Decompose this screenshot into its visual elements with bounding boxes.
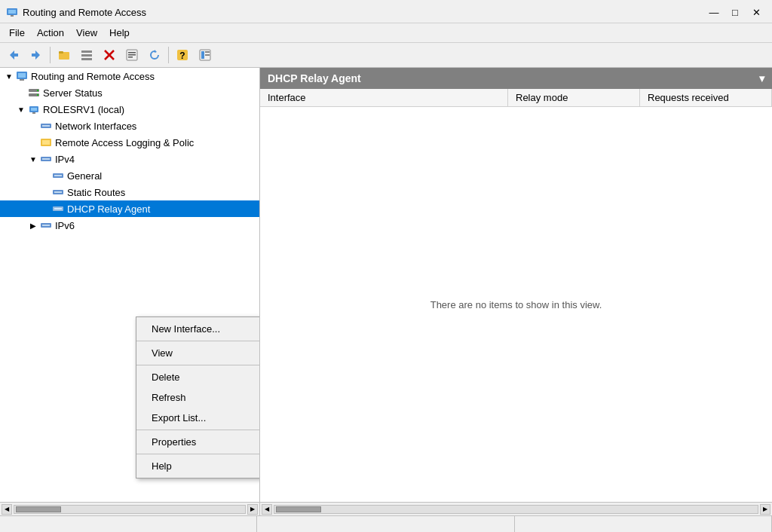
ctx-sep-1 — [136, 341, 260, 341]
svg-rect-38 — [42, 158, 50, 160]
scroll-left-arrow[interactable]: ◀ — [2, 504, 12, 515]
tree-item-ipv4[interactable]: ▼ IPv4 — [0, 151, 259, 167]
expand-network-interfaces — [27, 120, 39, 132]
title-bar: Routing and Remote Access — □ ✕ — [0, 0, 772, 23]
tree-label-static-routes: Static Routes — [67, 187, 125, 198]
menu-action[interactable]: Action — [31, 25, 70, 41]
svg-rect-40 — [54, 175, 62, 176]
tree-item-server-status[interactable]: Server Status — [0, 84, 259, 101]
help-button[interactable]: ? — [172, 45, 193, 65]
menu-view[interactable]: View — [70, 25, 103, 41]
tree-label-rolesrv1: ROLESRV1 (local) — [43, 104, 124, 115]
empty-message: There are no items to show in this view. — [430, 299, 602, 310]
menu-help[interactable]: Help — [103, 25, 136, 41]
status-section-3 — [515, 516, 772, 532]
window-controls: — □ ✕ — [704, 5, 766, 20]
svg-rect-21 — [205, 51, 210, 53]
col-relay-mode[interactable]: Relay mode — [508, 89, 640, 106]
svg-rect-44 — [54, 208, 62, 209]
ctx-refresh[interactable]: Refresh — [136, 387, 260, 408]
rolesrv1-icon — [27, 103, 41, 115]
close-button[interactable]: ✕ — [746, 5, 766, 20]
tree-item-network-interfaces[interactable]: Network Interfaces — [0, 118, 259, 134]
tree-panel: ▼ Routing and Remote Access — [0, 68, 260, 502]
tree-label-root: Routing and Remote Access — [31, 71, 155, 82]
static-routes-icon — [51, 186, 65, 198]
folder-button[interactable] — [54, 45, 75, 65]
menu-file[interactable]: File — [3, 25, 31, 41]
svg-rect-6 — [59, 51, 63, 54]
tree-label-dhcp-relay: DHCP Relay Agent — [67, 203, 150, 215]
ctx-properties[interactable]: Properties — [136, 432, 260, 452]
svg-rect-14 — [128, 54, 136, 56]
ctx-view[interactable]: View ▶ — [136, 343, 260, 363]
svg-marker-16 — [155, 50, 157, 53]
tree-label-ipv4: IPv4 — [55, 154, 75, 165]
svg-point-29 — [37, 94, 38, 96]
scrollbar-left-thumb[interactable] — [16, 506, 61, 512]
svg-rect-34 — [42, 125, 50, 127]
col-interface[interactable]: Interface — [260, 89, 508, 106]
svg-rect-9 — [81, 58, 92, 60]
tree-item-static-routes[interactable]: Static Routes — [0, 184, 259, 200]
status-bar — [0, 515, 772, 532]
tree-item-general[interactable]: General — [0, 167, 259, 184]
right-panel: DHCP Relay Agent ▾ Interface Relay mode … — [260, 68, 772, 502]
svg-rect-42 — [54, 191, 62, 193]
scrollbar-right: ◀ ▶ — [260, 503, 772, 515]
expand-static-routes — [39, 186, 51, 198]
tree-item-dhcp-relay[interactable]: DHCP Relay Agent — [0, 200, 259, 217]
tree-label-network-interfaces: Network Interfaces — [55, 121, 136, 132]
scrollbar-right-track[interactable] — [274, 505, 758, 514]
ipv4-icon — [39, 153, 53, 165]
minimize-button[interactable]: — — [704, 5, 724, 20]
ctx-sep-3 — [136, 430, 260, 430]
refresh-button[interactable] — [144, 45, 165, 65]
scroll-right-left-arrow[interactable]: ◀ — [262, 504, 272, 515]
tree-item-ipv6[interactable]: ▶ IPv6 — [0, 217, 259, 234]
ctx-new-interface[interactable]: New Interface... — [136, 319, 260, 339]
toolbar-sep-2 — [168, 47, 169, 63]
expand-root[interactable]: ▼ — [3, 70, 15, 82]
properties-button[interactable] — [121, 45, 142, 65]
col-requests[interactable]: Requests received — [640, 89, 772, 106]
delete-button[interactable] — [99, 45, 120, 65]
svg-rect-7 — [81, 50, 92, 53]
scrollbar-right-thumb[interactable] — [276, 506, 321, 512]
expand-rolesrv1[interactable]: ▼ — [15, 103, 27, 115]
ctx-sep-2 — [136, 365, 260, 365]
panel-dropdown-icon: ▾ — [759, 72, 764, 84]
expand-ipv4[interactable]: ▼ — [27, 153, 39, 165]
context-menu: New Interface... View ▶ Delete Refresh E… — [136, 316, 260, 478]
ctx-delete[interactable]: Delete — [136, 367, 260, 387]
list-view-button[interactable] — [76, 45, 97, 65]
svg-rect-8 — [81, 54, 92, 57]
ipv6-icon — [39, 219, 53, 231]
scrollbar-left-track[interactable] — [14, 505, 246, 514]
scroll-right-right-arrow[interactable]: ▶ — [760, 504, 770, 515]
back-button[interactable] — [3, 45, 24, 65]
status-section-2 — [257, 516, 514, 532]
svg-rect-22 — [205, 54, 210, 56]
svg-rect-25 — [20, 79, 24, 81]
tree-item-rolesrv1[interactable]: ▼ ROLESRV1 (local) — [0, 101, 259, 118]
tree-label-remote-access: Remote Access Logging & Polic — [55, 137, 194, 148]
svg-rect-1 — [8, 10, 16, 14]
forward-button[interactable] — [26, 45, 47, 65]
tree-label-ipv6: IPv6 — [55, 220, 75, 231]
scroll-right-arrow[interactable]: ▶ — [247, 504, 258, 515]
ctx-sep-4 — [136, 454, 260, 454]
svg-point-28 — [37, 90, 38, 91]
server-status-icon — [27, 87, 41, 99]
panel-title: DHCP Relay Agent — [268, 72, 361, 84]
maximize-button[interactable]: □ — [725, 5, 745, 20]
expand-ipv6[interactable]: ▶ — [27, 219, 39, 231]
ctx-export-list[interactable]: Export List... — [136, 408, 260, 428]
explorer-button[interactable] — [195, 45, 216, 65]
tree-item-remote-access-logging[interactable]: Remote Access Logging & Polic — [0, 134, 259, 151]
toolbar: ? — [0, 43, 772, 68]
panel-content: There are no items to show in this view. — [260, 107, 772, 502]
expand-general — [39, 170, 51, 182]
ctx-help[interactable]: Help — [136, 456, 260, 476]
tree-item-root[interactable]: ▼ Routing and Remote Access — [0, 68, 259, 84]
